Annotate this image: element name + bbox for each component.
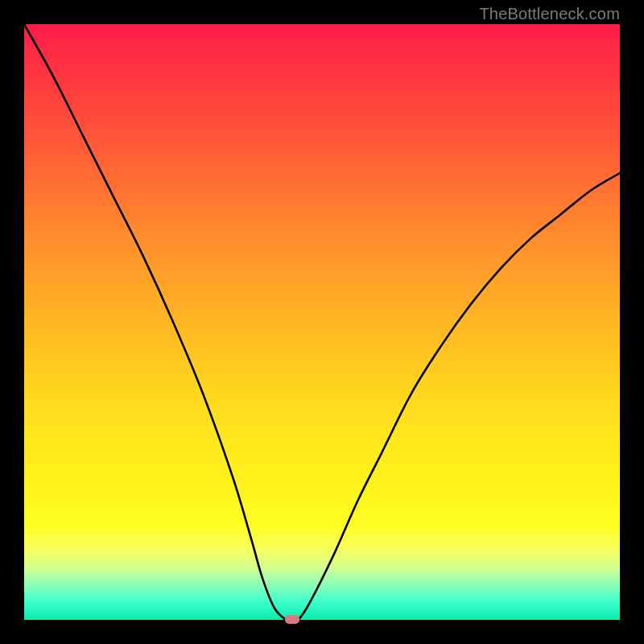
bottleneck-curve xyxy=(24,24,620,620)
minimum-marker xyxy=(285,615,299,624)
chart-container: TheBottleneck.com xyxy=(0,0,644,644)
plot-area xyxy=(24,24,620,620)
watermark-text: TheBottleneck.com xyxy=(479,5,620,23)
